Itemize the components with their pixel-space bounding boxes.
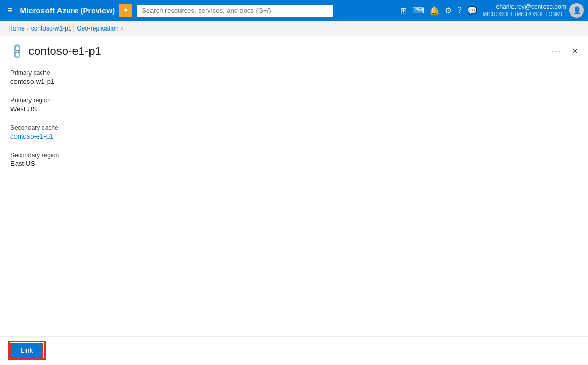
primary-region-group: Primary region West US (10, 97, 578, 113)
main-container: 🔗 contoso-e1-p1 ··· × Primary cache cont… (0, 36, 588, 364)
user-info: charlie.roy@contoso.com MICROSOFT (MICRO… (483, 3, 566, 18)
primary-cache-label: Primary cache (10, 69, 578, 77)
breadcrumb-sep-1: › (27, 25, 29, 32)
breadcrumb: Home › contoso-w1-p1 | Geo-replication › (0, 21, 588, 36)
avatar[interactable]: 👤 (569, 3, 584, 18)
primary-region-value: West US (10, 105, 578, 113)
primary-cache-group: Primary cache contoso-w1-p1 (10, 69, 578, 85)
settings-icon[interactable]: ⚙ (445, 6, 452, 16)
secondary-cache-label: Secondary cache (10, 124, 578, 131)
notifications-icon[interactable]: 🔔 (429, 6, 440, 16)
sun-icon: ✦ (123, 6, 129, 15)
topbar: ≡ Microsoft Azure (Preview) ✦ ⊞ ⌨ 🔔 ⚙ ? … (0, 0, 588, 21)
user-profile[interactable]: charlie.roy@contoso.com MICROSOFT (MICRO… (483, 3, 584, 18)
app-title: Microsoft Azure (Preview) (20, 6, 115, 15)
search-input[interactable] (137, 5, 333, 17)
user-tenant: MICROSOFT (MICROSOFT.ONMI... (483, 11, 566, 18)
link-button[interactable]: Link (10, 343, 43, 358)
secondary-region-label: Secondary region (10, 151, 578, 159)
hamburger-menu-button[interactable]: ≡ (4, 3, 16, 18)
portal-icon[interactable]: ⊞ (400, 6, 407, 16)
avatar-icon: 👤 (572, 6, 581, 14)
panel-title: contoso-e1-p1 (28, 44, 552, 58)
close-button[interactable]: × (572, 46, 578, 57)
secondary-region-value: East US (10, 160, 578, 168)
primary-cache-value: contoso-w1-p1 (10, 78, 578, 85)
secondary-cache-link[interactable]: contoso-e1-p1 (10, 132, 53, 140)
more-options-button[interactable]: ··· (552, 47, 562, 56)
azure-icon: ✦ (119, 4, 132, 17)
detail-panel: 🔗 contoso-e1-p1 ··· × Primary cache cont… (0, 36, 588, 364)
panel-header: 🔗 contoso-e1-p1 ··· × (0, 36, 588, 64)
breadcrumb-home[interactable]: Home (8, 25, 25, 32)
panel-body: Primary cache contoso-w1-p1 Primary regi… (0, 64, 588, 336)
user-email: charlie.roy@contoso.com (483, 3, 566, 11)
help-icon[interactable]: ? (457, 6, 462, 15)
topbar-actions: ⊞ ⌨ 🔔 ⚙ ? 💬 charlie.roy@contoso.com MICR… (400, 3, 584, 18)
secondary-region-group: Secondary region East US (10, 151, 578, 168)
breadcrumb-sep-2: › (121, 25, 123, 32)
link-icon: 🔗 (8, 42, 26, 60)
secondary-cache-group: Secondary cache contoso-e1-p1 (10, 124, 578, 140)
panel-footer: Link (0, 336, 588, 364)
primary-region-label: Primary region (10, 97, 578, 104)
cloud-shell-icon[interactable]: ⌨ (412, 6, 424, 16)
breadcrumb-geo-replication[interactable]: contoso-w1-p1 | Geo-replication (31, 25, 119, 32)
feedback-icon[interactable]: 💬 (467, 6, 477, 16)
